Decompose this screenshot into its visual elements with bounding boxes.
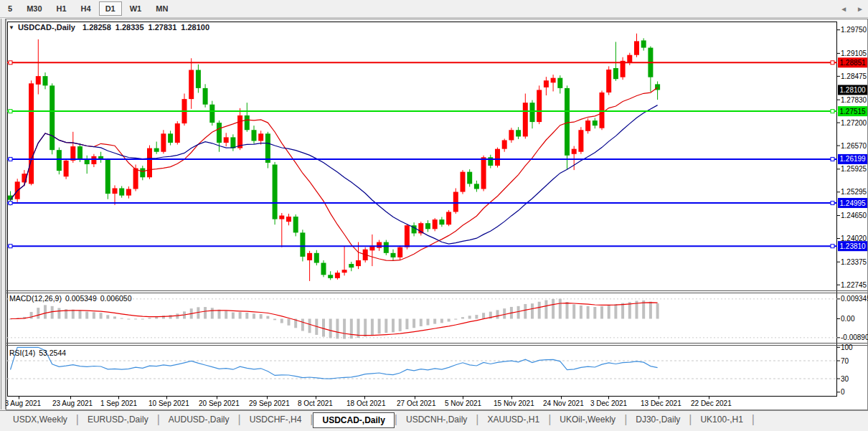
macd-header: MACD(12,26,9) 0.005349 0.006050	[9, 294, 132, 303]
svg-text:15 Nov 2021: 15 Nov 2021	[494, 399, 534, 407]
svg-text:1.27200: 1.27200	[841, 119, 867, 127]
rsi-header: RSI(14) 53.2544	[9, 349, 66, 357]
current-price-tag: 1.28100	[838, 85, 867, 95]
ohlc-close: 1.28100	[181, 23, 209, 32]
svg-text:1.22745: 1.22745	[841, 281, 867, 289]
macd-value: 0.005349	[65, 294, 97, 303]
symbol-tabbar: USDX,Weekly|EURUSD-,Daily|AUDUSD-,Daily|…	[0, 410, 868, 431]
timeframe-toolbar: 5M30H1H4D1W1MN	[0, 0, 868, 18]
svg-text:1.28100: 1.28100	[840, 86, 867, 94]
svg-text:100: 100	[841, 344, 853, 351]
svg-text:1.26570: 1.26570	[841, 142, 867, 150]
chart-header: ▼ USDCAD-,Daily 1.28258 1.28335 1.27831 …	[9, 23, 214, 32]
svg-text:1.24650: 1.24650	[841, 212, 867, 219]
svg-text:8 Oct 2021: 8 Oct 2021	[298, 399, 333, 407]
svg-text:10 Sep 2021: 10 Sep 2021	[148, 399, 189, 407]
tab-uk100-h1[interactable]: UK100-,H1	[692, 412, 751, 427]
svg-text:24 Nov 2021: 24 Nov 2021	[543, 399, 584, 407]
svg-text:1.29750: 1.29750	[841, 26, 867, 34]
timeframe-button-w1[interactable]: W1	[123, 1, 148, 16]
tab-usdchf-h4[interactable]: USDCHF-,H4	[241, 412, 311, 427]
tab-dj30-daily[interactable]: DJ30-,Daily	[627, 412, 689, 427]
chart-symbol-label: USDCAD-,Daily	[18, 23, 75, 32]
ohlc-high: 1.28335	[115, 23, 144, 32]
level-price-tag: 1.28851	[838, 57, 867, 67]
svg-text:0: 0	[841, 388, 845, 396]
level-price-tag: 1.24995	[838, 198, 867, 208]
window-left-edge	[1, 19, 6, 409]
collapse-chevron-icon[interactable]: ▼	[9, 24, 14, 31]
svg-text:0.00: 0.00	[841, 315, 855, 323]
tab-usdx-weekly[interactable]: USDX,Weekly	[4, 412, 76, 427]
tab-usdcnh-daily[interactable]: USDCNH-,Daily	[397, 412, 476, 427]
level-price-tag: 1.27515	[838, 106, 867, 116]
svg-text:1 Sep 2021: 1 Sep 2021	[100, 399, 138, 407]
svg-text:3 Dec 2021: 3 Dec 2021	[590, 399, 628, 407]
svg-text:0.009345: 0.009345	[841, 295, 868, 303]
timeframe-button-h1[interactable]: H1	[50, 1, 73, 16]
timeframe-button-d1[interactable]: D1	[99, 1, 122, 16]
macd-signal-value: 0.006050	[100, 294, 132, 303]
svg-text:18 Oct 2021: 18 Oct 2021	[346, 399, 386, 407]
svg-text:1.25295: 1.25295	[841, 188, 867, 196]
svg-text:70: 70	[841, 357, 849, 365]
tab-scroll-nav: ◄ ►	[840, 5, 864, 13]
svg-text:23 Aug 2021: 23 Aug 2021	[52, 399, 93, 407]
svg-text:20 Sep 2021: 20 Sep 2021	[199, 399, 240, 407]
tab-ukoil-weekly[interactable]: UKOil-,Weekly	[551, 412, 624, 427]
svg-text:5 Nov 2021: 5 Nov 2021	[445, 399, 482, 407]
ohlc-low: 1.27831	[148, 23, 177, 32]
rsi-title: RSI(14)	[9, 349, 35, 357]
svg-text:1.28475: 1.28475	[841, 72, 867, 80]
svg-text:13 Aug 2021: 13 Aug 2021	[1, 399, 42, 407]
tab-scroll-right-icon[interactable]: ►	[857, 5, 864, 13]
svg-text:30: 30	[841, 375, 849, 383]
price-chart-canvas[interactable]: 1.297501.291051.284751.278301.272001.265…	[0, 0, 868, 431]
ohlc-open: 1.28258	[82, 23, 111, 32]
chart-client-area	[6, 19, 868, 410]
level-price-tag: 1.23810	[838, 241, 867, 251]
svg-text:1.26199: 1.26199	[840, 155, 867, 163]
mt4-window: { "toolbar": { "timeframes": ["5", "M30"…	[0, 0, 868, 431]
svg-text:1.23810: 1.23810	[840, 242, 867, 250]
svg-text:29 Sep 2021: 29 Sep 2021	[249, 399, 290, 407]
svg-text:1.23375: 1.23375	[841, 258, 867, 266]
timeframe-button-mn[interactable]: MN	[149, 1, 174, 16]
tab-scroll-left-icon[interactable]: ◄	[840, 5, 847, 13]
timeframe-button-h4[interactable]: H4	[75, 1, 98, 16]
tab-eurusd-daily[interactable]: EURUSD-,Daily	[79, 412, 157, 427]
svg-text:1.28851: 1.28851	[840, 59, 867, 67]
svg-text:-0.008902: -0.008902	[841, 333, 868, 341]
timeframe-button-5[interactable]: 5	[1, 1, 19, 16]
svg-text:1.25925: 1.25925	[841, 165, 867, 173]
rsi-value: 53.2544	[39, 349, 66, 357]
svg-text:22 Dec 2021: 22 Dec 2021	[691, 399, 732, 407]
timeframe-button-m30[interactable]: M30	[20, 1, 48, 16]
svg-text:1.27830: 1.27830	[841, 96, 867, 104]
svg-text:1.27515: 1.27515	[840, 108, 867, 115]
svg-text:13 Dec 2021: 13 Dec 2021	[641, 399, 681, 407]
level-price-tag: 1.26199	[838, 154, 867, 164]
tab-usdcad-daily[interactable]: USDCAD-,Daily	[313, 412, 394, 428]
tab-separator: |	[752, 412, 755, 427]
tab-audusd-daily[interactable]: AUDUSD-,Daily	[160, 412, 238, 427]
svg-text:27 Oct 2021: 27 Oct 2021	[397, 399, 436, 407]
macd-title: MACD(12,26,9)	[9, 294, 62, 303]
svg-text:1.24995: 1.24995	[840, 199, 867, 207]
svg-text:1.29105: 1.29105	[841, 49, 867, 57]
tab-xauusd-h1[interactable]: XAUUSD-,H1	[478, 412, 548, 427]
